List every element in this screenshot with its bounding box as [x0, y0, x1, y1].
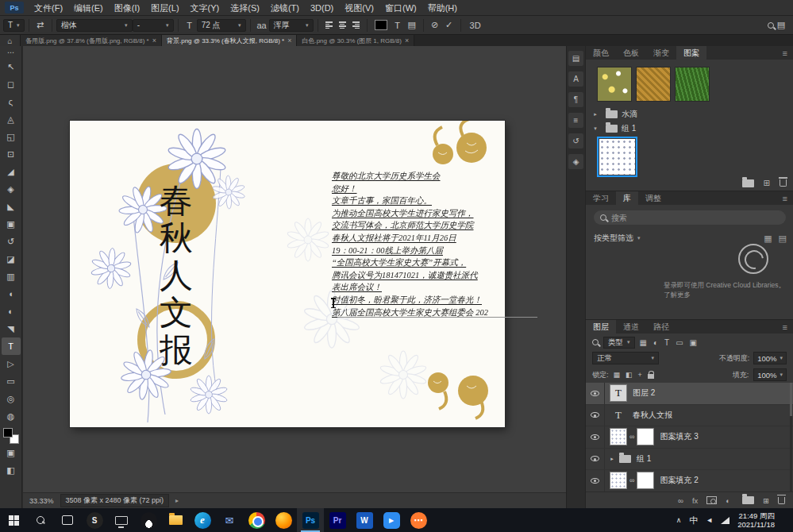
- list-view-icon[interactable]: ▤: [779, 233, 787, 244]
- adjustment-layer-icon[interactable]: ◐: [726, 496, 730, 505]
- text-layer-thumbnail[interactable]: T: [610, 409, 627, 422]
- visibility-cell[interactable]: [586, 383, 605, 404]
- search-icon[interactable]: [768, 22, 774, 29]
- filter-by-type-label[interactable]: 按类型筛选: [594, 233, 633, 244]
- new-group-icon[interactable]: [742, 179, 754, 187]
- tool-gradient[interactable]: ▥: [2, 268, 21, 285]
- font-size-select[interactable]: 72 点 ▾: [197, 19, 246, 32]
- taskbar-edge[interactable]: e: [189, 508, 216, 532]
- warp-text-icon[interactable]: T: [391, 21, 405, 30]
- volume-icon[interactable]: ◄: [706, 516, 713, 524]
- tool-hand[interactable]: ◎: [2, 390, 21, 407]
- tab-paths[interactable]: 路径: [646, 320, 676, 333]
- taskbar-premiere[interactable]: Pr: [324, 508, 351, 532]
- pattern-folder-group1[interactable]: ▾ 组 1: [592, 122, 787, 135]
- cancel-edit-icon[interactable]: ⊘: [428, 20, 442, 30]
- close-icon[interactable]: ×: [152, 37, 156, 44]
- menu-3d[interactable]: 3D(D): [305, 0, 339, 16]
- tray-chevron-up-icon[interactable]: ∧: [676, 516, 682, 524]
- eye-icon[interactable]: [591, 412, 599, 418]
- foreground-color-swatch[interactable]: [3, 428, 13, 438]
- text-layer-thumbnail[interactable]: T: [610, 384, 627, 402]
- swatches-panel-icon[interactable]: ◈: [568, 154, 583, 169]
- tool-heal[interactable]: ◈: [2, 180, 21, 198]
- tool-marquee[interactable]: ◻: [2, 75, 21, 93]
- taskbar-firefox[interactable]: [270, 508, 297, 532]
- menu-window[interactable]: 窗口(W): [379, 0, 422, 16]
- menu-layer[interactable]: 图层(L): [145, 0, 184, 16]
- tool-pen[interactable]: ◥: [2, 320, 21, 337]
- tab-patterns[interactable]: 图案: [676, 46, 706, 60]
- chevron-right-icon[interactable]: ▸: [592, 111, 599, 118]
- pattern-thumb-flowers[interactable]: [597, 67, 632, 102]
- layers-scrollbar[interactable]: [790, 383, 792, 492]
- menu-edit[interactable]: 编辑(E): [68, 0, 109, 16]
- visibility-cell[interactable]: [586, 470, 605, 492]
- tab-learn[interactable]: 学习: [586, 191, 616, 205]
- selected-pattern-swatch[interactable]: [599, 139, 635, 175]
- layer-effects-icon[interactable]: fx: [692, 496, 698, 505]
- tool-eyedropper[interactable]: ◢: [2, 163, 21, 180]
- blend-mode-select[interactable]: 正常 ▾: [592, 352, 659, 364]
- tool-history-brush[interactable]: ↺: [2, 233, 21, 250]
- taskbar-chat[interactable]: ⋯: [405, 508, 432, 532]
- layer-name[interactable]: 图层 2: [633, 387, 655, 399]
- eye-icon[interactable]: [591, 434, 599, 440]
- taskbar-app-s[interactable]: S: [81, 508, 108, 532]
- history-panel-icon[interactable]: ↺: [568, 133, 583, 148]
- eye-icon[interactable]: [591, 391, 599, 396]
- filter-adjustment-icon[interactable]: ◐: [653, 338, 658, 347]
- visibility-cell[interactable]: [586, 449, 605, 470]
- 3d-button[interactable]: 3D: [465, 21, 486, 30]
- layer-row-group1[interactable]: ▸ 组 1: [586, 449, 793, 471]
- canvas-area[interactable]: 春 秋 人 文 报 尊敬的北京大学历史系学生会 您好！ 文章千古事，家国百年心。…: [23, 46, 566, 492]
- menu-filter[interactable]: 滤镜(T): [265, 0, 305, 16]
- ime-language-indicator[interactable]: 中: [689, 515, 698, 526]
- panel-menu-icon[interactable]: ≡: [777, 46, 793, 60]
- lock-transparency-icon[interactable]: ▦: [614, 371, 621, 379]
- lock-position-icon[interactable]: +: [638, 371, 642, 379]
- quick-mask-icon[interactable]: ▣: [2, 444, 21, 461]
- toggle-panels-icon[interactable]: ▤: [405, 20, 419, 30]
- taskbar-file-explorer[interactable]: [162, 508, 189, 532]
- tab-swatches[interactable]: 色板: [616, 46, 646, 60]
- status-options-icon[interactable]: ▸: [175, 497, 179, 504]
- font-style-select[interactable]: - ▾: [133, 19, 174, 32]
- layer-name[interactable]: 组 1: [637, 453, 651, 465]
- doc-tab-2-active[interactable]: 背景.png @ 33.3% (春秋人文报, RGB/8) * ×: [162, 35, 297, 46]
- delete-icon[interactable]: [780, 179, 787, 187]
- filter-smart-icon[interactable]: ▣: [690, 338, 697, 347]
- commit-edit-icon[interactable]: ✓: [442, 20, 456, 30]
- tab-channels[interactable]: 通道: [616, 320, 646, 333]
- taskbar-word[interactable]: W: [351, 508, 378, 532]
- chevron-down-icon[interactable]: ▾: [637, 235, 641, 241]
- anti-alias-select[interactable]: 浑厚 ▾: [269, 19, 314, 32]
- layer-row-pattern-fill-2[interactable]: ∞ 图案填充 2: [586, 470, 793, 492]
- doc-tab-1[interactable]: 备用版.png @ 37.8% (备用版.png, RGB/8) * ×: [21, 35, 162, 46]
- mask-link-icon[interactable]: ∞: [629, 476, 634, 484]
- taskbar-meeting[interactable]: ▶: [378, 508, 405, 532]
- cc-signin-text[interactable]: 登录即可使用 Creative Cloud Libraries。了解更多: [664, 280, 788, 299]
- text-color-swatch[interactable]: [375, 20, 387, 30]
- start-button[interactable]: [0, 508, 27, 532]
- tool-frame[interactable]: ⊡: [2, 145, 21, 163]
- libraries-search-box[interactable]: [594, 210, 786, 225]
- align-right-icon[interactable]: [351, 21, 361, 29]
- tool-path-select[interactable]: ▷: [2, 355, 21, 372]
- tool-quick-select[interactable]: ◬: [2, 110, 21, 128]
- layer-row-text2[interactable]: T 图层 2: [586, 383, 793, 405]
- filter-shape-icon[interactable]: ▭: [676, 338, 683, 347]
- eye-icon[interactable]: [591, 478, 599, 484]
- tab-libraries[interactable]: 库: [616, 191, 638, 205]
- layer-row-pattern-fill-3[interactable]: ∞ 图案填充 3: [586, 426, 793, 449]
- home-button[interactable]: ⌂: [0, 35, 21, 46]
- screen-mode-icon[interactable]: ◧: [2, 461, 21, 479]
- taskbar-search-button[interactable]: [27, 508, 54, 532]
- add-mask-icon[interactable]: [706, 496, 717, 504]
- menu-image[interactable]: 图像(I): [109, 0, 145, 16]
- properties-panel-icon[interactable]: ▤: [568, 51, 583, 66]
- tool-lasso[interactable]: ς: [2, 93, 21, 110]
- foreground-background-swatches[interactable]: [3, 428, 19, 444]
- lock-all-icon[interactable]: [648, 374, 654, 379]
- tool-type-active[interactable]: T: [2, 337, 21, 355]
